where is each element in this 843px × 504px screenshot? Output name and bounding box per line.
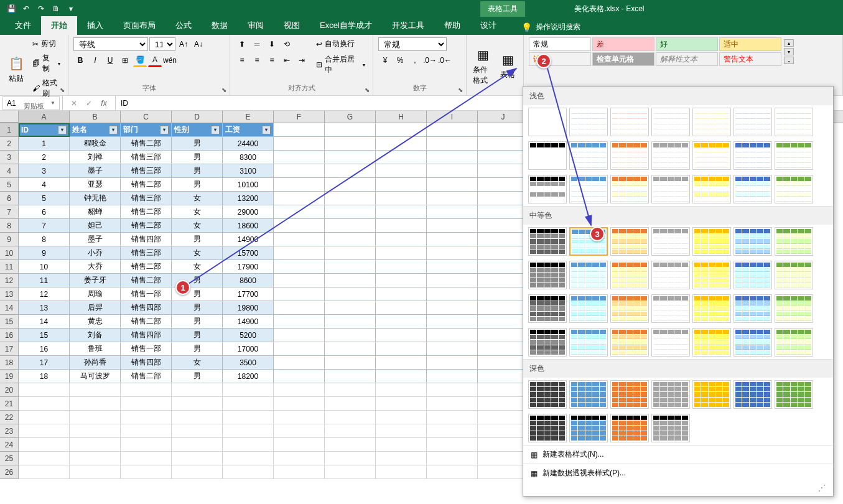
cell[interactable]: 墨子 bbox=[70, 164, 121, 178]
table-style-thumb[interactable] bbox=[528, 328, 567, 357]
row-header[interactable]: 5 bbox=[0, 178, 19, 192]
cell[interactable] bbox=[325, 287, 376, 301]
cell[interactable] bbox=[325, 411, 376, 424]
cell[interactable]: 15700 bbox=[223, 246, 274, 260]
cell[interactable] bbox=[19, 465, 70, 479]
table-style-thumb[interactable] bbox=[651, 380, 690, 409]
cell[interactable] bbox=[376, 274, 427, 287]
cell[interactable]: 17000 bbox=[223, 342, 274, 356]
cell[interactable] bbox=[427, 370, 478, 383]
cell[interactable]: 销售二部 bbox=[121, 274, 172, 287]
cell[interactable] bbox=[325, 233, 376, 246]
cell[interactable] bbox=[121, 465, 172, 479]
table-style-thumb[interactable] bbox=[569, 108, 608, 136]
cell[interactable]: 销售四部 bbox=[121, 329, 172, 342]
cell[interactable] bbox=[121, 397, 172, 411]
cell[interactable] bbox=[121, 383, 172, 397]
cell[interactable]: 男 bbox=[172, 329, 223, 342]
cell[interactable] bbox=[223, 465, 274, 479]
cell[interactable] bbox=[325, 205, 376, 219]
comma-icon[interactable]: , bbox=[408, 54, 422, 67]
row-header[interactable]: 11 bbox=[0, 260, 19, 274]
style-explain[interactable]: 解释性文本 bbox=[656, 52, 718, 66]
table-style-thumb[interactable] bbox=[651, 328, 690, 357]
table-style-thumb[interactable] bbox=[528, 380, 567, 409]
table-style-thumb[interactable] bbox=[651, 261, 690, 289]
cell[interactable]: 销售二部 bbox=[121, 178, 172, 192]
cell[interactable] bbox=[478, 424, 529, 438]
dialog-launcher-icon[interactable]: ⬊ bbox=[456, 85, 465, 94]
align-bottom-icon[interactable]: ⬇ bbox=[265, 37, 279, 51]
cell[interactable] bbox=[325, 383, 376, 397]
table-style-thumb[interactable] bbox=[569, 294, 608, 323]
cell[interactable] bbox=[376, 233, 427, 246]
cell[interactable] bbox=[325, 424, 376, 438]
cell[interactable]: 6 bbox=[19, 205, 70, 219]
row-header[interactable]: 22 bbox=[0, 411, 19, 424]
styles-scroll-down-icon[interactable]: ▾ bbox=[784, 48, 794, 55]
style-check[interactable]: 检查单元格 bbox=[592, 52, 654, 66]
cell[interactable]: 3100 bbox=[223, 164, 274, 178]
table-style-thumb[interactable] bbox=[692, 175, 731, 203]
cell[interactable] bbox=[478, 205, 529, 219]
increase-decimal-icon[interactable]: .0→ bbox=[423, 54, 437, 67]
new-pivot-style-button[interactable]: ▦ 新建数据透视表样式(P)... bbox=[523, 464, 833, 482]
cell[interactable] bbox=[274, 123, 325, 137]
row-header[interactable]: 25 bbox=[0, 452, 19, 465]
cell[interactable] bbox=[325, 164, 376, 178]
table-style-thumb[interactable] bbox=[651, 294, 690, 323]
cell[interactable] bbox=[172, 424, 223, 438]
table-header-cell[interactable]: ID▾ bbox=[19, 123, 70, 137]
align-top-icon[interactable]: ⬆ bbox=[235, 37, 249, 51]
table-header-cell[interactable]: 姓名▾ bbox=[70, 123, 121, 137]
cell[interactable] bbox=[70, 452, 121, 465]
cell[interactable] bbox=[478, 287, 529, 301]
cell[interactable] bbox=[427, 356, 478, 370]
cell[interactable]: 小乔 bbox=[70, 246, 121, 260]
table-style-thumb[interactable] bbox=[775, 380, 813, 409]
cell[interactable] bbox=[325, 397, 376, 411]
cell[interactable] bbox=[478, 465, 529, 479]
table-style-thumb[interactable] bbox=[775, 328, 813, 357]
cell[interactable] bbox=[376, 137, 427, 151]
table-header-cell[interactable]: 性别▾ bbox=[172, 123, 223, 137]
cell[interactable]: 男 bbox=[172, 370, 223, 383]
cell[interactable] bbox=[70, 397, 121, 411]
border-icon[interactable]: ⊞ bbox=[118, 54, 132, 67]
cell[interactable] bbox=[376, 342, 427, 356]
col-header[interactable]: G bbox=[325, 111, 376, 123]
cell[interactable] bbox=[325, 137, 376, 151]
cell[interactable] bbox=[274, 342, 325, 356]
cell[interactable] bbox=[325, 465, 376, 479]
tab-home[interactable]: 开始 bbox=[41, 16, 77, 35]
cell[interactable] bbox=[70, 438, 121, 452]
cell[interactable]: 18600 bbox=[223, 219, 274, 233]
cell[interactable]: 男 bbox=[172, 301, 223, 315]
table-style-thumb[interactable] bbox=[692, 108, 731, 136]
cell[interactable]: 刘禅 bbox=[70, 151, 121, 164]
cell[interactable]: 13 bbox=[19, 301, 70, 315]
cell[interactable]: 女 bbox=[172, 192, 223, 205]
cell[interactable] bbox=[376, 246, 427, 260]
wrap-text-button[interactable]: ↩自动换行 bbox=[314, 37, 368, 50]
cell[interactable] bbox=[376, 370, 427, 383]
cell[interactable] bbox=[376, 192, 427, 205]
cell[interactable] bbox=[427, 397, 478, 411]
cell[interactable]: 马可波罗 bbox=[70, 370, 121, 383]
cell[interactable] bbox=[376, 397, 427, 411]
font-size-select[interactable]: 11 bbox=[149, 37, 175, 51]
cell[interactable] bbox=[376, 411, 427, 424]
currency-icon[interactable]: ¥ bbox=[378, 54, 392, 67]
filter-dropdown-icon[interactable]: ▾ bbox=[262, 126, 271, 134]
cell[interactable] bbox=[427, 274, 478, 287]
cell[interactable] bbox=[274, 411, 325, 424]
col-header[interactable]: E bbox=[223, 111, 274, 123]
cell[interactable]: 24400 bbox=[223, 137, 274, 151]
cell[interactable] bbox=[478, 329, 529, 342]
cell[interactable]: 销售二部 bbox=[121, 137, 172, 151]
merge-center-button[interactable]: ⊟合并后居中▾ bbox=[314, 53, 368, 77]
bold-icon[interactable]: B bbox=[73, 54, 87, 67]
cell[interactable]: 销售二部 bbox=[121, 260, 172, 274]
row-header[interactable]: 15 bbox=[0, 315, 19, 329]
cell[interactable] bbox=[478, 370, 529, 383]
